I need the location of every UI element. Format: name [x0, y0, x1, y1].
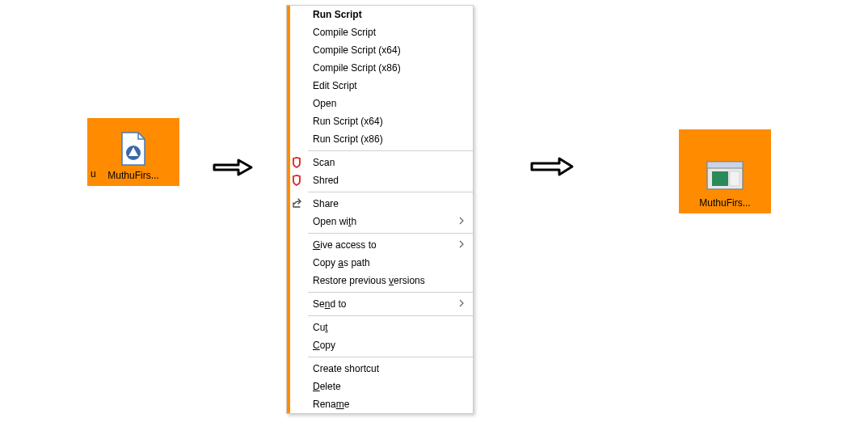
label-fragment: u	[91, 168, 96, 179]
compiled-file-tile[interactable]: MuthuFirs...	[679, 129, 771, 213]
menu-item-run-script-x86[interactable]: Run Script (x86)	[310, 130, 473, 148]
menu-item-shred[interactable]: Shred	[310, 171, 473, 189]
menu-item-label: Cut	[313, 322, 465, 333]
file-label: MuthuFirs...	[91, 170, 176, 181]
arrow-icon	[529, 155, 577, 178]
menu-item-label: Copy as path	[313, 257, 465, 268]
svg-rect-3	[712, 171, 728, 186]
menu-item-scan[interactable]: Scan	[310, 154, 473, 171]
svg-rect-4	[730, 171, 739, 186]
menu-separator	[308, 233, 473, 234]
menu-separator	[308, 357, 473, 357]
menu-item-open[interactable]: Open	[310, 95, 473, 112]
menu-item-share[interactable]: Share	[310, 195, 473, 213]
menu-item-open-with[interactable]: Open with	[310, 213, 473, 230]
menu-item-label: Restore previous versions	[313, 275, 465, 286]
menu-item-compile-script-x64[interactable]: Compile Script (x64)	[310, 41, 473, 59]
chevron-right-icon	[458, 240, 465, 250]
menu-item-label: Compile Script	[313, 27, 465, 38]
menu-separator	[308, 150, 473, 151]
menu-item-run-script-x64[interactable]: Run Script (x64)	[310, 112, 473, 130]
menu-item-label: Run Script (x86)	[313, 133, 465, 145]
chevron-right-icon	[458, 217, 465, 226]
menu-item-label: Share	[313, 198, 465, 209]
menu-item-rename[interactable]: Rename	[310, 395, 473, 413]
menu-item-label: Scan	[313, 157, 465, 168]
file-label: MuthuFirs...	[682, 197, 768, 209]
source-file-tile[interactable]: u MuthuFirs...	[87, 118, 179, 186]
menu-item-label: Rename	[313, 399, 465, 410]
menu-item-cut[interactable]: Cut	[310, 319, 473, 336]
menu-item-label: Copy	[313, 340, 465, 351]
menu-item-copy-as-path[interactable]: Copy as path	[310, 254, 473, 272]
menu-item-run-script[interactable]: Run Script	[310, 6, 473, 23]
mcafee-icon	[290, 156, 303, 169]
menu-item-send-to[interactable]: Send to	[310, 295, 473, 313]
menu-separator	[308, 192, 473, 192]
menu-item-compile-script-x86[interactable]: Compile Script (x86)	[310, 59, 473, 77]
autoit-script-icon	[119, 131, 148, 167]
menu-item-label: Compile Script (x64)	[313, 44, 465, 56]
menu-item-copy[interactable]: Copy	[310, 336, 473, 354]
menu-item-label: Compile Script (x86)	[313, 62, 465, 74]
menu-item-compile-script[interactable]: Compile Script	[310, 23, 473, 41]
menu-separator	[308, 292, 473, 293]
menu-item-delete[interactable]: Delete	[310, 378, 473, 395]
menu-item-label: Run Script (x64)	[313, 116, 465, 127]
mcafee-icon	[290, 174, 303, 187]
menu-item-label: Send to	[313, 298, 458, 310]
compiled-exe-icon	[704, 150, 746, 194]
context-menu: Run ScriptCompile ScriptCompile Script (…	[286, 5, 474, 414]
menu-item-give-access-to[interactable]: Give access to	[310, 236, 473, 254]
menu-item-label: Create shortcut	[313, 363, 465, 374]
menu-item-edit-script[interactable]: Edit Script	[310, 77, 473, 95]
menu-item-restore-previous-versions[interactable]: Restore previous versions	[310, 272, 473, 289]
menu-item-label: Run Script	[313, 9, 465, 20]
arrow-icon	[211, 155, 256, 179]
svg-rect-2	[707, 162, 743, 168]
menu-item-label: Open with	[313, 216, 458, 227]
menu-item-label: Give access to	[313, 239, 458, 251]
menu-item-label: Delete	[313, 381, 465, 392]
menu-item-label: Edit Script	[313, 80, 465, 91]
menu-item-label: Open	[313, 98, 465, 109]
share-icon	[290, 197, 303, 210]
chevron-right-icon	[458, 299, 465, 309]
menu-separator	[308, 315, 473, 316]
menu-item-create-shortcut[interactable]: Create shortcut	[310, 360, 473, 378]
menu-item-label: Shred	[313, 175, 465, 186]
